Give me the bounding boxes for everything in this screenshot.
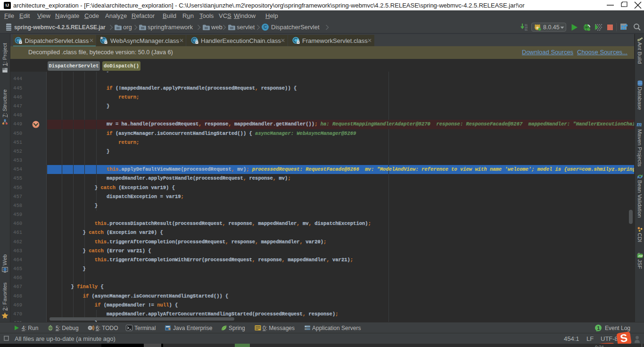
svg-text:1: 1 bbox=[597, 325, 600, 331]
svg-text:JSF: JSF bbox=[638, 255, 643, 257]
svg-text:01: 01 bbox=[525, 29, 528, 32]
